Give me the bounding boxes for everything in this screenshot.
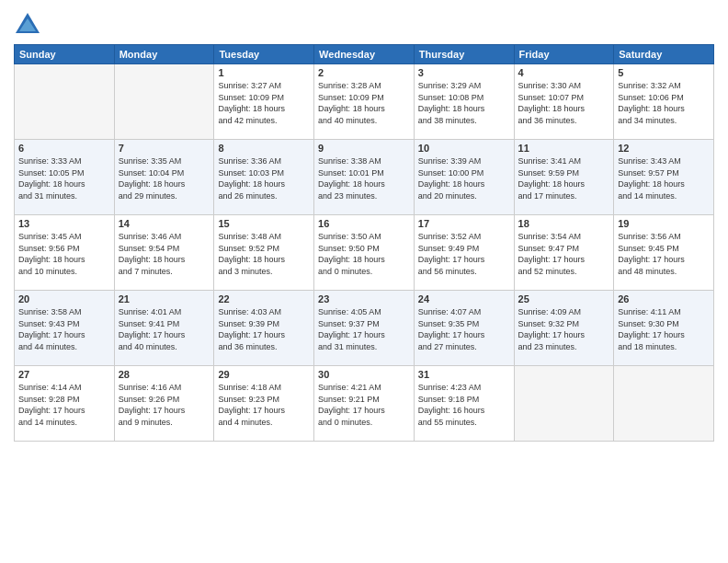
calendar-body: 1Sunrise: 3:27 AM Sunset: 10:09 PM Dayli… — [15, 64, 714, 442]
calendar-cell: 10Sunrise: 3:39 AM Sunset: 10:00 PM Dayl… — [414, 140, 514, 215]
day-info: Sunrise: 3:52 AM Sunset: 9:49 PM Dayligh… — [418, 231, 510, 277]
calendar-cell: 27Sunrise: 4:14 AM Sunset: 9:28 PM Dayli… — [15, 366, 115, 442]
day-info: Sunrise: 3:58 AM Sunset: 9:43 PM Dayligh… — [18, 306, 110, 352]
day-number: 23 — [318, 293, 410, 304]
calendar-cell: 8Sunrise: 3:36 AM Sunset: 10:03 PM Dayli… — [214, 140, 314, 215]
calendar-cell: 28Sunrise: 4:16 AM Sunset: 9:26 PM Dayli… — [114, 366, 214, 442]
calendar-week-row: 20Sunrise: 3:58 AM Sunset: 9:43 PM Dayli… — [15, 291, 714, 366]
calendar-cell: 2Sunrise: 3:28 AM Sunset: 10:09 PM Dayli… — [314, 64, 415, 140]
calendar-cell: 19Sunrise: 3:56 AM Sunset: 9:45 PM Dayli… — [614, 215, 714, 291]
calendar-cell: 22Sunrise: 4:03 AM Sunset: 9:39 PM Dayli… — [214, 291, 314, 366]
day-number: 11 — [518, 143, 610, 154]
calendar-cell: 25Sunrise: 4:09 AM Sunset: 9:32 PM Dayli… — [514, 291, 614, 366]
logo-icon — [14, 9, 41, 37]
calendar-cell: 7Sunrise: 3:35 AM Sunset: 10:04 PM Dayli… — [114, 140, 214, 215]
day-number: 12 — [618, 143, 710, 154]
day-info: Sunrise: 3:39 AM Sunset: 10:00 PM Daylig… — [418, 155, 510, 201]
calendar-week-row: 6Sunrise: 3:33 AM Sunset: 10:05 PM Dayli… — [15, 140, 714, 215]
day-number: 24 — [418, 293, 510, 304]
calendar-cell: 20Sunrise: 3:58 AM Sunset: 9:43 PM Dayli… — [15, 291, 115, 366]
calendar-cell: 24Sunrise: 4:07 AM Sunset: 9:35 PM Dayli… — [414, 291, 514, 366]
day-info: Sunrise: 4:14 AM Sunset: 9:28 PM Dayligh… — [18, 382, 110, 428]
calendar-cell: 26Sunrise: 4:11 AM Sunset: 9:30 PM Dayli… — [614, 291, 714, 366]
logo — [14, 9, 45, 37]
day-info: Sunrise: 4:03 AM Sunset: 9:39 PM Dayligh… — [218, 306, 310, 352]
day-number: 27 — [18, 369, 110, 380]
day-number: 29 — [218, 369, 310, 380]
day-number: 3 — [418, 67, 510, 78]
day-number: 13 — [18, 218, 110, 229]
day-info: Sunrise: 4:16 AM Sunset: 9:26 PM Dayligh… — [119, 382, 210, 428]
day-info: Sunrise: 3:33 AM Sunset: 10:05 PM Daylig… — [18, 155, 110, 201]
day-number: 6 — [18, 143, 110, 154]
calendar: SundayMondayTuesdayWednesdayThursdayFrid… — [14, 44, 714, 442]
calendar-cell: 15Sunrise: 3:48 AM Sunset: 9:52 PM Dayli… — [214, 215, 314, 291]
calendar-cell: 16Sunrise: 3:50 AM Sunset: 9:50 PM Dayli… — [314, 215, 415, 291]
weekday-header: Tuesday — [214, 45, 314, 64]
calendar-cell: 23Sunrise: 4:05 AM Sunset: 9:37 PM Dayli… — [314, 291, 415, 366]
day-info: Sunrise: 4:18 AM Sunset: 9:23 PM Dayligh… — [218, 382, 310, 428]
day-info: Sunrise: 3:54 AM Sunset: 9:47 PM Dayligh… — [518, 231, 610, 277]
day-number: 15 — [218, 218, 310, 229]
calendar-cell: 17Sunrise: 3:52 AM Sunset: 9:49 PM Dayli… — [414, 215, 514, 291]
day-info: Sunrise: 3:30 AM Sunset: 10:07 PM Daylig… — [518, 80, 610, 126]
day-number: 17 — [418, 218, 510, 229]
day-number: 22 — [218, 293, 310, 304]
day-info: Sunrise: 3:48 AM Sunset: 9:52 PM Dayligh… — [218, 231, 310, 277]
calendar-cell: 13Sunrise: 3:45 AM Sunset: 9:56 PM Dayli… — [15, 215, 115, 291]
calendar-cell: 18Sunrise: 3:54 AM Sunset: 9:47 PM Dayli… — [514, 215, 614, 291]
calendar-week-row: 13Sunrise: 3:45 AM Sunset: 9:56 PM Dayli… — [15, 215, 714, 291]
header — [14, 9, 714, 37]
calendar-cell: 6Sunrise: 3:33 AM Sunset: 10:05 PM Dayli… — [15, 140, 115, 215]
calendar-cell — [15, 64, 115, 140]
calendar-cell: 14Sunrise: 3:46 AM Sunset: 9:54 PM Dayli… — [114, 215, 214, 291]
calendar-cell: 29Sunrise: 4:18 AM Sunset: 9:23 PM Dayli… — [214, 366, 314, 442]
weekday-header: Monday — [114, 45, 214, 64]
day-number: 26 — [618, 293, 710, 304]
day-number: 20 — [18, 293, 110, 304]
day-number: 8 — [218, 143, 310, 154]
calendar-header-row: SundayMondayTuesdayWednesdayThursdayFrid… — [15, 45, 714, 64]
day-info: Sunrise: 3:43 AM Sunset: 9:57 PM Dayligh… — [618, 155, 710, 201]
day-info: Sunrise: 4:23 AM Sunset: 9:18 PM Dayligh… — [418, 382, 510, 428]
day-number: 28 — [119, 369, 210, 380]
day-info: Sunrise: 3:50 AM Sunset: 9:50 PM Dayligh… — [318, 231, 410, 277]
day-info: Sunrise: 3:46 AM Sunset: 9:54 PM Dayligh… — [119, 231, 210, 277]
day-info: Sunrise: 4:05 AM Sunset: 9:37 PM Dayligh… — [318, 306, 410, 352]
day-info: Sunrise: 3:29 AM Sunset: 10:08 PM Daylig… — [418, 80, 510, 126]
day-info: Sunrise: 3:27 AM Sunset: 10:09 PM Daylig… — [218, 80, 310, 126]
calendar-cell: 21Sunrise: 4:01 AM Sunset: 9:41 PM Dayli… — [114, 291, 214, 366]
calendar-cell: 9Sunrise: 3:38 AM Sunset: 10:01 PM Dayli… — [314, 140, 415, 215]
day-info: Sunrise: 3:45 AM Sunset: 9:56 PM Dayligh… — [18, 231, 110, 277]
day-info: Sunrise: 3:32 AM Sunset: 10:06 PM Daylig… — [618, 80, 710, 126]
calendar-week-row: 1Sunrise: 3:27 AM Sunset: 10:09 PM Dayli… — [15, 64, 714, 140]
day-info: Sunrise: 3:41 AM Sunset: 9:59 PM Dayligh… — [518, 155, 610, 201]
calendar-cell: 31Sunrise: 4:23 AM Sunset: 9:18 PM Dayli… — [414, 366, 514, 442]
day-number: 30 — [318, 369, 410, 380]
day-number: 19 — [618, 218, 710, 229]
day-info: Sunrise: 3:38 AM Sunset: 10:01 PM Daylig… — [318, 155, 410, 201]
day-number: 2 — [318, 67, 410, 78]
weekday-header: Wednesday — [314, 45, 415, 64]
calendar-week-row: 27Sunrise: 4:14 AM Sunset: 9:28 PM Dayli… — [15, 366, 714, 442]
calendar-cell: 4Sunrise: 3:30 AM Sunset: 10:07 PM Dayli… — [514, 64, 614, 140]
day-number: 14 — [119, 218, 210, 229]
day-number: 21 — [119, 293, 210, 304]
day-info: Sunrise: 4:11 AM Sunset: 9:30 PM Dayligh… — [618, 306, 710, 352]
day-info: Sunrise: 4:01 AM Sunset: 9:41 PM Dayligh… — [119, 306, 210, 352]
calendar-cell: 1Sunrise: 3:27 AM Sunset: 10:09 PM Dayli… — [214, 64, 314, 140]
day-info: Sunrise: 3:36 AM Sunset: 10:03 PM Daylig… — [218, 155, 310, 201]
day-number: 18 — [518, 218, 610, 229]
day-info: Sunrise: 4:21 AM Sunset: 9:21 PM Dayligh… — [318, 382, 410, 428]
day-info: Sunrise: 3:28 AM Sunset: 10:09 PM Daylig… — [318, 80, 410, 126]
calendar-cell: 3Sunrise: 3:29 AM Sunset: 10:08 PM Dayli… — [414, 64, 514, 140]
weekday-header: Saturday — [614, 45, 714, 64]
day-number: 25 — [518, 293, 610, 304]
calendar-cell: 5Sunrise: 3:32 AM Sunset: 10:06 PM Dayli… — [614, 64, 714, 140]
weekday-header: Friday — [514, 45, 614, 64]
calendar-cell: 11Sunrise: 3:41 AM Sunset: 9:59 PM Dayli… — [514, 140, 614, 215]
calendar-cell: 30Sunrise: 4:21 AM Sunset: 9:21 PM Dayli… — [314, 366, 415, 442]
calendar-cell — [514, 366, 614, 442]
weekday-header: Thursday — [414, 45, 514, 64]
day-number: 31 — [418, 369, 510, 380]
